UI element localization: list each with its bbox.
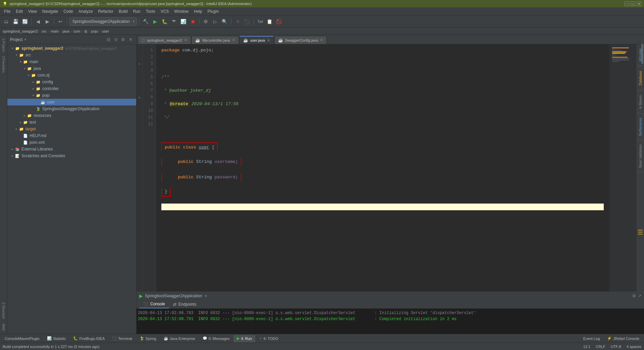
action-findbugs[interactable]: 🐛 FindBugs-IDEA bbox=[70, 335, 108, 342]
axcoder-btn[interactable]: AXcoder bbox=[637, 46, 644, 64]
beanvalidation-btn[interactable]: Bean Validation bbox=[637, 142, 644, 170]
toolbar-search-btn[interactable]: 🔍 bbox=[221, 17, 229, 26]
breadcrumb-project[interactable]: springboot_swagger2 bbox=[3, 29, 38, 33]
tab-springboot-swagger2[interactable]: ⬡ springboot_swagger2 ✕ bbox=[138, 36, 191, 44]
breadcrumb-user[interactable]: user bbox=[102, 29, 109, 33]
toolbar-tail-btn[interactable]: Tail bbox=[256, 17, 264, 26]
toolbar-run-config-btn[interactable]: ⚙ bbox=[202, 17, 210, 26]
project-dropdown-arrow[interactable]: ▾ bbox=[24, 38, 26, 41]
action-messages[interactable]: 💬 0: Messages bbox=[199, 335, 233, 342]
toolbar-sync-btn[interactable]: 🔄 bbox=[21, 17, 29, 26]
bottom-settings-icon[interactable]: ⚙ bbox=[632, 294, 636, 298]
project-close-icon[interactable]: ✕ bbox=[127, 37, 133, 43]
gutter-fold-3[interactable]: ▾ bbox=[137, 60, 142, 67]
status-position[interactable]: 12:1 bbox=[583, 345, 590, 349]
action-spring[interactable]: 🍃 Spring bbox=[136, 335, 160, 342]
run-close-icon[interactable]: ✕ bbox=[204, 294, 207, 298]
menu-code[interactable]: Code bbox=[61, 8, 76, 14]
retservices-btn[interactable]: RetServices bbox=[637, 116, 644, 138]
toolbar-undo-btn[interactable]: ↩ bbox=[56, 17, 64, 26]
collapse-all-icon[interactable]: ⊟ bbox=[105, 37, 111, 43]
status-encoding[interactable]: UTF-8 bbox=[611, 345, 621, 349]
menu-build[interactable]: Build bbox=[116, 8, 130, 14]
action-eventlog[interactable]: Event Log bbox=[580, 335, 603, 342]
maximize-button[interactable]: □ bbox=[631, 1, 635, 6]
toolbar-disable-btn[interactable]: 🚫 bbox=[275, 17, 283, 26]
menu-edit[interactable]: Edit bbox=[13, 8, 25, 14]
toolbar-forward-btn[interactable]: ▶ bbox=[43, 17, 51, 26]
editor-area[interactable]: 1 2 3 4 5 6 7 8 9 10 11 12 bbox=[143, 44, 609, 292]
breadcrumb-pojo[interactable]: pojo bbox=[91, 29, 98, 33]
action-run[interactable]: ▶ 4: Run bbox=[233, 335, 255, 342]
menu-plugin[interactable]: Plugin bbox=[205, 8, 221, 14]
menu-run[interactable]: Run bbox=[130, 8, 143, 14]
toolbar-profile-btn[interactable]: 📊 bbox=[179, 17, 187, 26]
action-jrebelconsole[interactable]: ⚡ JRebel Console bbox=[604, 335, 643, 342]
close-button[interactable]: ✕ bbox=[637, 1, 641, 6]
menu-window[interactable]: Window bbox=[171, 8, 191, 14]
bottom-expand-icon[interactable]: ↗ bbox=[638, 294, 641, 298]
tab-close-module[interactable]: ✕ bbox=[184, 38, 187, 42]
toolbar-save-btn[interactable]: 💾 bbox=[11, 17, 19, 26]
project-dropdown[interactable]: SpringbootSwagger2Application ▾ bbox=[69, 17, 137, 26]
toolbar-run2-btn[interactable]: ▷ bbox=[211, 17, 219, 26]
status-line-ending[interactable]: CRLF bbox=[596, 345, 605, 349]
tree-item-extlibs[interactable]: ▸ 📚 External Libraries bbox=[7, 146, 136, 152]
status-indent[interactable]: 4 spaces bbox=[627, 345, 641, 349]
code-content[interactable]: package com.dj.pojo; /** * @author joker… bbox=[156, 44, 609, 292]
tree-item-java[interactable]: ▾ 📁 java bbox=[7, 65, 136, 72]
strip-favorites[interactable]: 2:Favorites bbox=[1, 54, 6, 75]
toolbar-terminal-btn[interactable]: ⬛ bbox=[243, 17, 251, 26]
tree-item-springapp[interactable]: 🍃 SpringbootSwagger2Application bbox=[7, 105, 136, 112]
code-editor[interactable]: 1 2 3 4 5 6 7 8 9 10 11 12 bbox=[143, 44, 609, 292]
action-statistic[interactable]: 📊 Statistic bbox=[44, 335, 69, 342]
tree-item-main[interactable]: ▾ 📁 main bbox=[7, 58, 136, 65]
tree-item-pom[interactable]: 📄 pom.xml bbox=[7, 139, 136, 146]
toolbar-run-green-btn[interactable]: ▶ bbox=[151, 17, 159, 26]
strip-project[interactable]: 1:Project bbox=[1, 36, 6, 53]
tree-item-test[interactable]: ▸ 📁 test bbox=[7, 119, 136, 126]
menu-analyze[interactable]: Analyze bbox=[76, 8, 96, 14]
menu-view[interactable]: View bbox=[25, 8, 40, 14]
tree-item-scratches[interactable]: ▸ 📝 Scratches and Consoles bbox=[7, 152, 136, 159]
breadcrumb-main[interactable]: main bbox=[51, 29, 59, 33]
locate-icon[interactable]: ⊙ bbox=[113, 37, 119, 43]
toolbar-build-btn[interactable]: 🔨 bbox=[142, 17, 150, 26]
tree-item-help[interactable]: 📄 HELP.md bbox=[7, 132, 136, 139]
tab-mycontroller[interactable]: ☕ Mycontroller.java ✕ bbox=[192, 36, 239, 44]
toolbar-tools2-btn[interactable]: 📋 bbox=[266, 17, 274, 26]
tab-console[interactable]: ⬛ Console bbox=[139, 300, 169, 308]
maven-btn[interactable]: m Maven bbox=[637, 92, 644, 112]
tree-item-resources[interactable]: ▸ 📁 resources bbox=[7, 112, 136, 119]
strip-web[interactable]: Web bbox=[1, 322, 6, 333]
toolbar-back-btn[interactable]: ◀ bbox=[34, 17, 42, 26]
database-btn[interactable]: Database bbox=[637, 68, 644, 88]
strip-structure[interactable]: Z:Structure bbox=[1, 300, 6, 321]
tab-user[interactable]: ☕ user.java ✕ bbox=[239, 36, 274, 44]
action-terminal[interactable]: ⬛ Terminal bbox=[109, 335, 136, 342]
minimize-button[interactable]: ─ bbox=[625, 1, 629, 6]
tab-swaggerconfig[interactable]: ☕ SwaggerConfig.java ✕ bbox=[274, 36, 327, 44]
tree-item-target[interactable]: ▸ 📁 target bbox=[7, 126, 136, 132]
tab-endpoints[interactable]: ⇄ Endpoints bbox=[169, 300, 200, 308]
tree-item-src[interactable]: ▾ 📁 src bbox=[7, 52, 136, 58]
breadcrumb-dj[interactable]: dj bbox=[84, 29, 87, 33]
menu-tools[interactable]: Tools bbox=[143, 8, 158, 14]
gutter-fold-8[interactable]: ▾ bbox=[137, 94, 142, 101]
menu-navigate[interactable]: Navigate bbox=[40, 8, 61, 14]
toolbar-stop-btn[interactable]: ⏹ bbox=[189, 17, 197, 26]
menu-vcs[interactable]: VCS bbox=[158, 8, 172, 14]
toolbar-debug-btn[interactable]: 🐛 bbox=[161, 17, 169, 26]
tree-item-user[interactable]: ☕ user bbox=[7, 99, 136, 105]
tree-item-comdj[interactable]: ▾ 📁 com.dj bbox=[7, 72, 136, 79]
menu-file[interactable]: File bbox=[1, 8, 13, 14]
tab-close-swaggerconfig[interactable]: ✕ bbox=[320, 38, 323, 42]
menu-help[interactable]: Help bbox=[191, 8, 205, 14]
toolbar-coverage-btn[interactable]: ☂ bbox=[170, 17, 178, 26]
tree-item-config[interactable]: ▸ 📁 config bbox=[7, 79, 136, 85]
action-todo[interactable]: ✓ 6: TODO bbox=[256, 335, 282, 342]
breadcrumb-java[interactable]: java bbox=[63, 29, 69, 33]
breadcrumb-com[interactable]: com bbox=[73, 29, 80, 33]
tree-item-root[interactable]: ▾ 📁 springboot_swagger2 H:\CSDN\springbo… bbox=[7, 45, 136, 52]
breadcrumb-src[interactable]: src bbox=[42, 29, 47, 33]
